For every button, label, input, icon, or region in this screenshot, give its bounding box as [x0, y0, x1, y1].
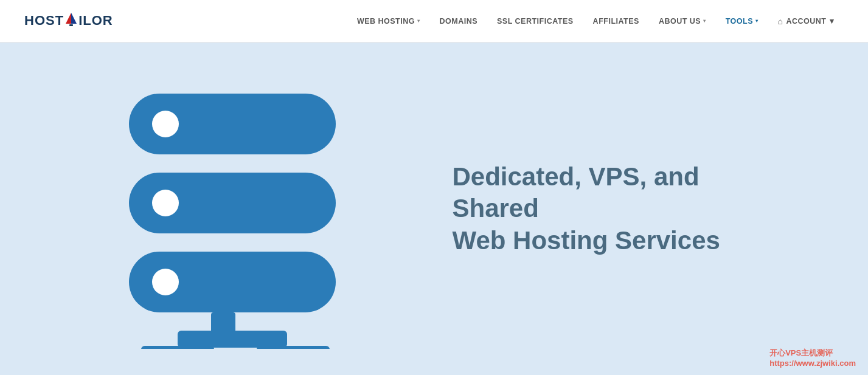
hero-section: Dedicated, VPS, and Shared Web Hosting S… [0, 43, 868, 375]
svg-rect-12 [257, 346, 330, 349]
logo-host: HOST [24, 12, 64, 27]
server-svg [105, 69, 360, 349]
dropdown-caret-about-icon: ▾ [703, 18, 706, 24]
dropdown-caret-icon: ▾ [417, 18, 420, 24]
hero-illustration [49, 69, 416, 349]
nav-item-affiliates[interactable]: AFFILIATES [583, 0, 649, 43]
nav-item-ssl[interactable]: SSL CERTIFICATES [487, 0, 583, 43]
logo[interactable]: HOST ILOR [24, 12, 113, 31]
svg-marker-1 [71, 13, 77, 24]
svg-rect-2 [69, 24, 73, 26]
svg-marker-0 [66, 13, 71, 24]
dropdown-caret-account-icon: ▾ [830, 16, 835, 26]
nav-item-about-us[interactable]: ABOUT US ▾ [649, 0, 716, 43]
svg-rect-11 [141, 346, 214, 349]
hero-title: Dedicated, VPS, and Shared Web Hosting S… [453, 161, 757, 257]
nav-item-tools[interactable]: TOOLS ▾ [716, 0, 768, 43]
navbar: HOST ILOR WEB HOSTING ▾ [0, 0, 868, 43]
nav-item-web-hosting[interactable]: WEB HOSTING ▾ [347, 0, 430, 43]
svg-point-8 [152, 269, 179, 295]
svg-point-6 [152, 190, 179, 216]
watermark: 开心VPS主机测评 https://www.zjwiki.com [769, 348, 856, 368]
home-icon: ⌂ [778, 16, 783, 26]
svg-point-4 [152, 111, 179, 137]
hero-content: Dedicated, VPS, and Shared Web Hosting S… [416, 161, 820, 257]
logo-sailor: ILOR [78, 12, 113, 27]
nav-account[interactable]: ⌂ ACCOUNT ▾ [768, 0, 844, 43]
dropdown-caret-tools-icon: ▾ [755, 18, 759, 24]
nav-links: WEB HOSTING ▾ DOMAINS SSL CERTIFICATES A… [347, 0, 768, 43]
nav-item-domains[interactable]: DOMAINS [429, 0, 487, 43]
svg-rect-10 [178, 331, 287, 348]
logo-sail-icon [64, 12, 78, 31]
